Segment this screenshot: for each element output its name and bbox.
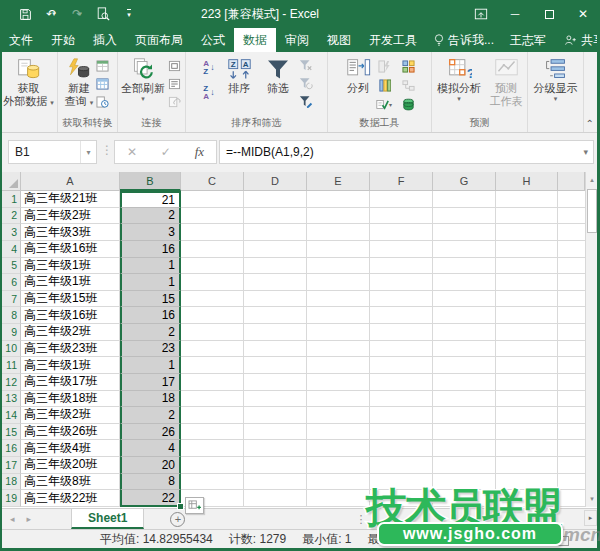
cell-D10[interactable] (244, 341, 307, 358)
cell-E12[interactable] (307, 374, 370, 391)
cell-D12[interactable] (244, 374, 307, 391)
row-header-3[interactable]: 3 (0, 224, 21, 241)
ribbon-tab-视图[interactable]: 视图 (318, 28, 360, 52)
maximize-button[interactable] (532, 0, 566, 28)
cell-E4[interactable] (307, 241, 370, 258)
cell-A4[interactable]: 高三年级16班 (21, 241, 120, 258)
row-header-2[interactable]: 2 (0, 208, 21, 225)
cell-E15[interactable] (307, 424, 370, 441)
print-preview-button[interactable] (90, 3, 116, 25)
cell-E2[interactable] (307, 208, 370, 225)
cell-C14[interactable] (181, 407, 244, 424)
cell-D4[interactable] (244, 241, 307, 258)
cell-A16[interactable]: 高三年级4班 (21, 440, 120, 457)
column-header-D[interactable]: D (244, 172, 307, 191)
workbook-connections-button[interactable] (166, 76, 182, 91)
cell-D8[interactable] (244, 307, 307, 324)
cell-H4[interactable] (496, 241, 558, 258)
cell-B6[interactable]: 1 (120, 274, 181, 291)
cell-F9[interactable] (370, 324, 433, 341)
cell-E14[interactable] (307, 407, 370, 424)
cell-E3[interactable] (307, 224, 370, 241)
name-box-caret-icon[interactable]: ▾ (80, 141, 96, 163)
cell-G8[interactable] (433, 307, 496, 324)
cell-E7[interactable] (307, 291, 370, 308)
cell-C7[interactable] (181, 291, 244, 308)
cell-F7[interactable] (370, 291, 433, 308)
close-button[interactable]: ✕ (566, 0, 600, 28)
ribbon-tab-插入[interactable]: 插入 (84, 28, 126, 52)
cell-H1[interactable] (496, 191, 558, 208)
cell-B10[interactable]: 23 (120, 341, 181, 358)
refresh-all-button[interactable]: 全部刷新 ▾ (121, 55, 165, 102)
cell-B11[interactable]: 1 (120, 357, 181, 374)
cell-G4[interactable] (433, 241, 496, 258)
cell-A17[interactable]: 高三年级20班 (21, 457, 120, 474)
cell-H2[interactable] (496, 208, 558, 225)
consolidate-button[interactable] (400, 59, 416, 74)
from-table-button[interactable] (94, 76, 110, 91)
cell-C17[interactable] (181, 457, 244, 474)
cell-A6[interactable]: 高三年级1班 (21, 274, 120, 291)
cell-D16[interactable] (244, 440, 307, 457)
cell-G15[interactable] (433, 424, 496, 441)
cell-C11[interactable] (181, 357, 244, 374)
save-button[interactable] (12, 3, 38, 25)
cell-H5[interactable] (496, 258, 558, 275)
sort-ascending-button[interactable]: AZ↓ (199, 58, 219, 77)
column-header-G[interactable]: G (433, 172, 496, 191)
cell-C9[interactable] (181, 324, 244, 341)
cell-A3[interactable]: 高三年级3班 (21, 224, 120, 241)
cell-D13[interactable] (244, 391, 307, 408)
cell-A9[interactable]: 高三年级2班 (21, 324, 120, 341)
cell-B1[interactable]: 21 (120, 191, 181, 208)
name-box-resizer[interactable]: ⋮ (101, 143, 113, 157)
ribbon-tab-数据[interactable]: 数据 (234, 28, 276, 52)
cell-A8[interactable]: 高三年级16班 (21, 307, 120, 324)
cell-B8[interactable]: 16 (120, 307, 181, 324)
cell-F8[interactable] (370, 307, 433, 324)
column-header-F[interactable]: F (370, 172, 433, 191)
cell-C1[interactable] (181, 191, 244, 208)
cell-G11[interactable] (433, 357, 496, 374)
cell-D15[interactable] (244, 424, 307, 441)
outline-button[interactable]: 分级显示 ▾ (531, 55, 581, 102)
cell-A1[interactable]: 高三年级21班 (21, 191, 120, 208)
cell-F5[interactable] (370, 258, 433, 275)
cell-G7[interactable] (433, 291, 496, 308)
cell-G13[interactable] (433, 391, 496, 408)
cell-F1[interactable] (370, 191, 433, 208)
expand-formula-bar-icon[interactable]: ▾ (583, 147, 593, 157)
cell-B19[interactable]: 22 (120, 490, 181, 507)
column-header-A[interactable]: A (21, 172, 120, 191)
undo-button[interactable]: ↶▾ (38, 3, 64, 25)
row-header-18[interactable]: 18 (0, 474, 21, 491)
cell-C10[interactable] (181, 341, 244, 358)
cell-B15[interactable]: 26 (120, 424, 181, 441)
row-header-11[interactable]: 11 (0, 357, 21, 374)
cell-D9[interactable] (244, 324, 307, 341)
collapse-ribbon-button[interactable]: ⌃ (586, 118, 594, 129)
cell-E19[interactable] (307, 490, 370, 507)
row-header-4[interactable]: 4 (0, 241, 21, 258)
cell-D2[interactable] (244, 208, 307, 225)
cell-B5[interactable]: 1 (120, 258, 181, 275)
cell-A14[interactable]: 高三年级2班 (21, 407, 120, 424)
cell-D19[interactable] (244, 490, 307, 507)
cell-E17[interactable] (307, 457, 370, 474)
cell-H16[interactable] (496, 440, 558, 457)
insert-function-icon[interactable]: fx (195, 144, 204, 160)
cell-E10[interactable] (307, 341, 370, 358)
share-button[interactable]: 共享 (554, 28, 600, 52)
row-header-13[interactable]: 13 (0, 391, 21, 408)
tell-me-box[interactable]: 告诉我... (426, 28, 502, 52)
cell-B14[interactable]: 2 (120, 407, 181, 424)
cell-B12[interactable]: 17 (120, 374, 181, 391)
auto-fill-options-button[interactable] (185, 497, 204, 514)
column-header-B[interactable]: B (120, 172, 181, 191)
cell-G14[interactable] (433, 407, 496, 424)
cell-B9[interactable]: 2 (120, 324, 181, 341)
cell-G9[interactable] (433, 324, 496, 341)
column-header-E[interactable]: E (307, 172, 370, 191)
row-header-8[interactable]: 8 (0, 307, 21, 324)
